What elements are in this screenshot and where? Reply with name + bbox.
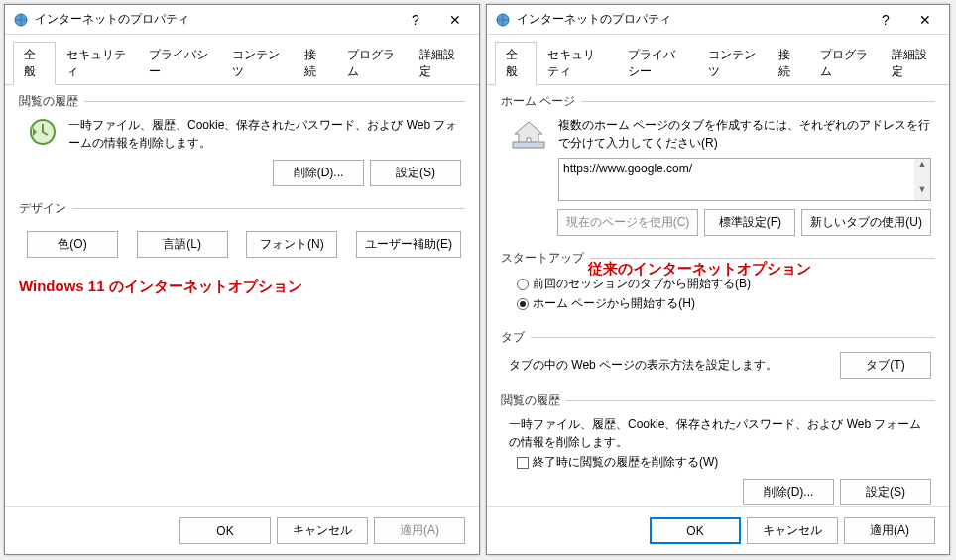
annotation-text: 従来のインターネットオプション: [588, 260, 811, 279]
tabs-description: タブの中の Web ページの表示方法を設定します。: [509, 357, 830, 374]
tab-advanced[interactable]: 詳細設定: [881, 42, 941, 85]
history-description: 一時ファイル、履歴、Cookie、保存されたパスワード、および Web フォーム…: [509, 415, 931, 451]
settings-button[interactable]: 設定(S): [370, 160, 461, 186]
scroll-up-icon[interactable]: ▲: [914, 159, 930, 174]
history-description: 一時ファイル、履歴、Cookie、保存されたパスワード、および Web フォーム…: [68, 116, 461, 152]
tab-privacy[interactable]: プライバシー: [617, 42, 697, 85]
tab-security[interactable]: セキュリティ: [537, 42, 617, 85]
close-button[interactable]: ✕: [905, 6, 945, 34]
tab-security[interactable]: セキュリティ: [56, 42, 139, 85]
checkbox-icon: [517, 457, 529, 469]
tab-programs[interactable]: プログラム: [809, 42, 880, 85]
titlebar: インターネットのプロパティ ? ✕: [5, 5, 479, 35]
scroll-down-icon[interactable]: ▼: [914, 184, 930, 200]
delete-button[interactable]: 削除(D)...: [273, 160, 364, 186]
group-label: 閲覧の履歴: [501, 392, 935, 409]
internet-options-icon: [495, 12, 511, 28]
tab-programs[interactable]: プログラム: [336, 42, 409, 85]
window-title: インターネットのプロパティ: [35, 11, 396, 28]
titlebar: インターネットのプロパティ ? ✕: [487, 5, 949, 35]
radio-label: ホーム ページから開始する(H): [533, 295, 695, 312]
dialog-footer: OK キャンセル 適用(A): [487, 506, 949, 554]
homepage-description: 複数のホーム ページのタブを作成するには、それぞれのアドレスを行で分けて入力して…: [558, 116, 931, 152]
use-current-button[interactable]: 現在のページを使用(C): [557, 209, 699, 236]
delete-button[interactable]: 削除(D)...: [743, 479, 834, 505]
homepage-url-input[interactable]: https://www.google.com/ ▲ ▼: [558, 158, 931, 201]
dialog-win11: インターネットのプロパティ ? ✕ 全般 セキュリティ プライバシー コンテンツ…: [4, 4, 480, 555]
window-title: インターネットのプロパティ: [517, 11, 866, 28]
use-newtab-button[interactable]: 新しいタブの使用(U): [801, 209, 931, 236]
home-icon: [509, 116, 548, 152]
checkbox-label: 終了時に閲覧の履歴を削除する(W): [533, 454, 718, 471]
tab-strip: 全般 セキュリティ プライバシー コンテンツ 接続 プログラム 詳細設定: [487, 35, 949, 85]
dialog-footer: OK キャンセル 適用(A): [5, 506, 479, 554]
tabs-button[interactable]: タブ(T): [840, 352, 931, 379]
scrollbar[interactable]: ▲ ▼: [914, 159, 930, 200]
group-browsing-history: 閲覧の履歴 一時ファイル、履歴、Cookie、保存されたパスワード、および We…: [19, 93, 465, 190]
cancel-button[interactable]: キャンセル: [277, 517, 368, 544]
group-label: ホーム ページ: [501, 93, 935, 110]
ok-button[interactable]: OK: [650, 517, 741, 544]
tab-general[interactable]: 全般: [495, 42, 537, 85]
ok-button[interactable]: OK: [179, 517, 271, 544]
colors-button[interactable]: 色(O): [27, 231, 118, 258]
help-button[interactable]: ?: [396, 6, 435, 34]
help-button[interactable]: ?: [866, 6, 905, 34]
use-default-button[interactable]: 標準設定(F): [704, 209, 795, 236]
group-design: デザイン 色(O) 言語(L) フォント(N) ユーザー補助(E): [19, 200, 465, 262]
tab-privacy[interactable]: プライバシー: [138, 42, 221, 85]
group-homepage: ホーム ページ 複数のホーム ページのタブを作成するには、それぞれのアドレスを行…: [501, 93, 935, 240]
close-button[interactable]: ✕: [435, 6, 475, 34]
group-browsing-history: 閲覧の履歴 一時ファイル、履歴、Cookie、保存されたパスワード、および We…: [501, 392, 935, 506]
group-tabs: タブ タブの中の Web ページの表示方法を設定します。 タブ(T): [501, 329, 935, 383]
fonts-button[interactable]: フォント(N): [246, 231, 337, 258]
tab-general[interactable]: 全般: [13, 42, 56, 85]
homepage-url-value: https://www.google.com/: [563, 162, 692, 175]
apply-button[interactable]: 適用(A): [374, 517, 465, 544]
svg-rect-3: [513, 142, 544, 148]
group-startup: スタートアップ 従来のインターネットオプション 前回のセッションのタブから開始す…: [501, 250, 935, 319]
tab-connections[interactable]: 接続: [294, 42, 336, 85]
tab-strip: 全般 セキュリティ プライバシー コンテンツ 接続 プログラム 詳細設定: [5, 35, 479, 85]
tab-content[interactable]: コンテンツ: [697, 42, 768, 85]
dialog-legacy: インターネットのプロパティ ? ✕ 全般 セキュリティ プライバシー コンテンツ…: [486, 4, 950, 555]
group-label: デザイン: [19, 200, 465, 217]
apply-button[interactable]: 適用(A): [844, 517, 935, 544]
radio-icon: [517, 298, 529, 310]
languages-button[interactable]: 言語(L): [137, 231, 228, 258]
annotation-text: Windows 11 のインターネットオプション: [19, 278, 465, 296]
group-label: 閲覧の履歴: [19, 93, 465, 110]
internet-options-icon: [13, 12, 29, 28]
tab-content[interactable]: コンテンツ: [221, 42, 294, 85]
tab-advanced[interactable]: 詳細設定: [409, 42, 471, 85]
settings-button[interactable]: 設定(S): [840, 479, 931, 505]
accessibility-button[interactable]: ユーザー補助(E): [356, 231, 461, 258]
group-label: タブ: [501, 329, 935, 346]
content-area: ホーム ページ 複数のホーム ページのタブを作成するには、それぞれのアドレスを行…: [487, 85, 949, 506]
checkbox-delete-on-exit[interactable]: 終了時に閲覧の履歴を削除する(W): [509, 454, 931, 471]
radio-homepage[interactable]: ホーム ページから開始する(H): [509, 295, 931, 312]
content-area: 閲覧の履歴 一時ファイル、履歴、Cookie、保存されたパスワード、および We…: [5, 85, 479, 506]
history-icon: [27, 116, 59, 148]
tab-connections[interactable]: 接続: [768, 42, 809, 85]
radio-icon: [517, 279, 529, 290]
cancel-button[interactable]: キャンセル: [747, 517, 838, 544]
